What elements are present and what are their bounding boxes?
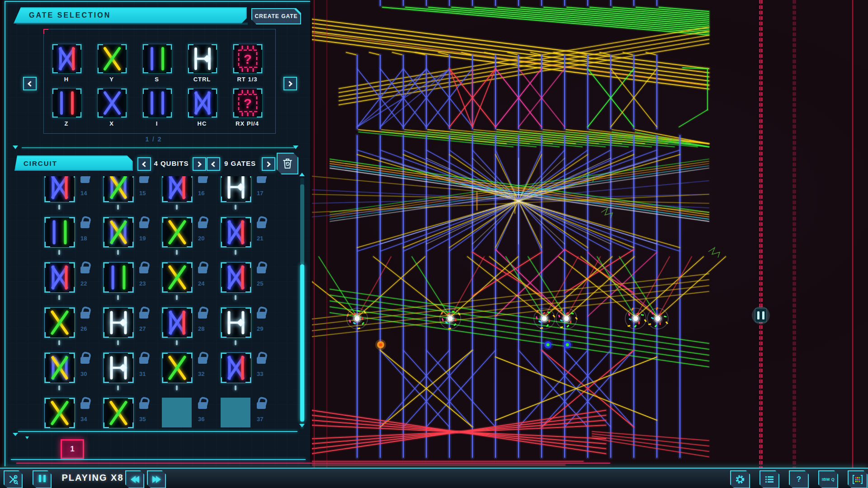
circuit-slot-32[interactable]: 32 xyxy=(162,352,212,396)
empty-gate-slot[interactable] xyxy=(221,398,250,427)
gates-decrease-button[interactable] xyxy=(207,157,220,171)
palette-next-button[interactable] xyxy=(283,77,297,90)
circuit-tab-1[interactable]: 1 xyxy=(61,439,84,459)
ibm-q-button[interactable]: IBM Q xyxy=(818,470,838,488)
circuit-slot-22[interactable]: 22 xyxy=(44,262,94,305)
unlocked-padlock-icon[interactable] xyxy=(198,312,207,319)
placed-gate-tile[interactable] xyxy=(221,262,251,293)
palette-prev-button[interactable] xyxy=(23,77,37,90)
unlocked-padlock-icon[interactable] xyxy=(198,221,207,228)
placed-gate-tile[interactable] xyxy=(221,352,251,383)
unlocked-padlock-icon[interactable] xyxy=(198,267,207,273)
create-gate-button[interactable]: CREATE GATE xyxy=(251,8,301,24)
unlocked-padlock-icon[interactable] xyxy=(80,312,90,319)
unlocked-padlock-icon[interactable] xyxy=(139,176,148,183)
unlocked-padlock-icon[interactable] xyxy=(80,267,90,273)
unlocked-padlock-icon[interactable] xyxy=(257,402,266,409)
placed-gate-tile[interactable] xyxy=(103,398,134,428)
sandbox-tools-button[interactable] xyxy=(4,470,23,488)
pause-button[interactable] xyxy=(33,470,52,488)
circuit-slot-37[interactable]: 37 xyxy=(221,398,270,432)
circuit-slot-33[interactable]: 33 xyxy=(221,352,270,396)
placed-gate-tile[interactable] xyxy=(162,176,193,202)
circuit-slot-34[interactable]: 34 xyxy=(44,398,94,432)
circuit-slot-27[interactable]: 27 xyxy=(103,307,153,351)
placed-gate-tile[interactable] xyxy=(103,262,134,293)
placed-gate-tile[interactable] xyxy=(103,217,134,248)
palette-gate-RX PI/4[interactable]: ? xyxy=(233,88,263,118)
placed-gate-tile[interactable] xyxy=(221,307,251,338)
palette-gate-H[interactable] xyxy=(52,44,82,74)
settings-button[interactable] xyxy=(730,470,750,488)
placed-gate-tile[interactable] xyxy=(44,262,75,293)
circuit-slot-31[interactable]: 31 xyxy=(103,352,153,396)
circuit-slot-30[interactable]: 30 xyxy=(44,352,94,396)
palette-gate-Z[interactable] xyxy=(52,88,82,118)
circuit-slot-25[interactable]: 25 xyxy=(221,262,270,305)
placed-gate-tile[interactable] xyxy=(162,307,193,338)
placed-gate-tile[interactable] xyxy=(103,352,134,383)
rewind-button[interactable] xyxy=(125,470,144,488)
unlocked-padlock-icon[interactable] xyxy=(257,176,266,183)
circuit-scrollbar-thumb[interactable] xyxy=(300,264,304,422)
scroll-up-icon[interactable] xyxy=(299,173,305,176)
circuit-slot-16[interactable]: 16 xyxy=(162,176,212,215)
circuit-slot-23[interactable]: 23 xyxy=(103,262,153,305)
unlocked-padlock-icon[interactable] xyxy=(257,312,266,319)
empty-gate-slot[interactable] xyxy=(162,398,192,427)
palette-gate-X[interactable] xyxy=(97,88,127,118)
circuit-slot-18[interactable]: 18 xyxy=(44,217,94,260)
unlocked-padlock-icon[interactable] xyxy=(80,357,90,364)
unlocked-padlock-icon[interactable] xyxy=(80,176,90,183)
palette-gate-S[interactable] xyxy=(142,44,172,74)
circuit-slot-35[interactable]: 35 xyxy=(103,398,153,432)
unlocked-padlock-icon[interactable] xyxy=(198,402,207,409)
gates-increase-button[interactable] xyxy=(262,157,275,171)
circuit-slot-19[interactable]: 19 xyxy=(103,217,153,260)
placed-gate-tile[interactable] xyxy=(103,307,134,338)
unlocked-padlock-icon[interactable] xyxy=(139,221,148,228)
palette-gate-I[interactable] xyxy=(142,88,172,118)
circuit-slot-26[interactable]: 26 xyxy=(44,307,94,351)
placed-gate-tile[interactable] xyxy=(162,352,193,383)
qubits-decrease-button[interactable] xyxy=(137,157,151,171)
circuit-slot-15[interactable]: 15 xyxy=(103,176,153,215)
placed-gate-tile[interactable] xyxy=(44,307,75,338)
circuit-slot-28[interactable]: 28 xyxy=(162,307,212,351)
circuit-slot-21[interactable]: 21 xyxy=(221,217,270,260)
palette-gate-CTRL[interactable] xyxy=(188,44,217,74)
unlocked-padlock-icon[interactable] xyxy=(139,402,148,409)
circuit-slot-17[interactable]: 17 xyxy=(221,176,270,215)
qubits-increase-button[interactable] xyxy=(193,157,206,171)
palette-gate-Y[interactable] xyxy=(97,44,127,74)
palette-gate-HC[interactable] xyxy=(188,88,217,118)
circuit-slot-24[interactable]: 24 xyxy=(162,262,212,305)
unlocked-padlock-icon[interactable] xyxy=(198,357,207,364)
placed-gate-tile[interactable] xyxy=(221,176,251,202)
circuit-slot-29[interactable]: 29 xyxy=(221,307,270,351)
unlocked-padlock-icon[interactable] xyxy=(198,176,207,183)
palette-gate-RT 1/3[interactable]: ? xyxy=(233,44,263,74)
unlocked-padlock-icon[interactable] xyxy=(139,357,148,364)
unlocked-padlock-icon[interactable] xyxy=(257,357,266,364)
circuit-slot-20[interactable]: 20 xyxy=(162,217,212,260)
circuit-slot-14[interactable]: 14 xyxy=(44,176,94,215)
placed-gate-tile[interactable] xyxy=(162,262,193,293)
unlocked-padlock-icon[interactable] xyxy=(139,267,148,273)
unlocked-padlock-icon[interactable] xyxy=(80,221,90,228)
placed-gate-tile[interactable] xyxy=(44,398,75,428)
placed-gate-tile[interactable] xyxy=(221,217,251,248)
unlocked-padlock-icon[interactable] xyxy=(80,402,90,409)
circuit-slot-36[interactable]: 36 xyxy=(162,398,212,432)
unlocked-padlock-icon[interactable] xyxy=(257,267,266,273)
scroll-down-icon[interactable] xyxy=(299,424,305,427)
unlocked-padlock-icon[interactable] xyxy=(257,221,266,228)
fast-forward-button[interactable] xyxy=(147,470,166,488)
placed-gate-tile[interactable] xyxy=(162,217,193,248)
unlocked-padlock-icon[interactable] xyxy=(139,312,148,319)
placed-gate-tile[interactable] xyxy=(44,352,75,383)
placed-gate-tile[interactable] xyxy=(44,217,75,248)
objectives-list-button[interactable] xyxy=(760,470,779,488)
placed-gate-tile[interactable] xyxy=(44,176,75,202)
clear-circuit-button[interactable] xyxy=(277,153,298,174)
